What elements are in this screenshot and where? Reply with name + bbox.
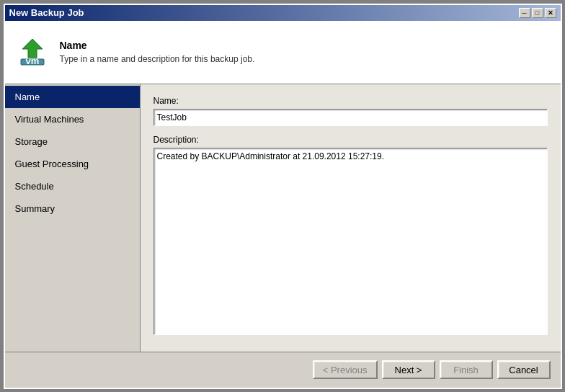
minimize-button[interactable]: ─ (519, 8, 530, 18)
header-text: Name Type in a name and description for … (60, 40, 255, 64)
cancel-button[interactable]: Cancel (497, 360, 551, 379)
next-button[interactable]: Next > (382, 360, 435, 379)
description-field-group: Description: (154, 135, 548, 337)
maximize-button[interactable]: □ (532, 8, 543, 18)
sidebar-item-virtual-machines[interactable]: Virtual Machines (5, 108, 140, 130)
title-bar: New Backup Job ─ □ ✕ (5, 5, 561, 21)
sidebar-item-guest-processing[interactable]: Guest Processing (5, 153, 140, 175)
description-input[interactable] (154, 148, 548, 335)
previous-button[interactable]: < Previous (313, 360, 378, 379)
main-panel: Name: Description: (141, 84, 561, 352)
footer: < Previous Next > Finish Cancel (5, 352, 561, 388)
close-button[interactable]: ✕ (545, 8, 556, 18)
sidebar-item-storage[interactable]: Storage (5, 130, 140, 153)
header-panel: vm Name Type in a name and description f… (5, 21, 561, 84)
window-title: New Backup Job (9, 7, 84, 18)
header-title: Name (60, 40, 255, 51)
finish-button[interactable]: Finish (440, 360, 493, 379)
name-input[interactable] (154, 109, 548, 126)
sidebar-item-schedule[interactable]: Schedule (5, 175, 140, 197)
svg-text:vm: vm (25, 55, 39, 66)
sidebar: Name Virtual Machines Storage Guest Proc… (5, 84, 141, 352)
vm-icon: vm (15, 35, 50, 69)
description-label: Description: (154, 135, 548, 145)
name-label: Name: (154, 96, 548, 106)
name-field-group: Name: (154, 96, 548, 126)
header-description: Type in a name and description for this … (60, 54, 255, 64)
main-window: New Backup Job ─ □ ✕ vm Name Type in a n… (4, 4, 562, 389)
sidebar-item-name[interactable]: Name (5, 86, 140, 108)
title-bar-buttons: ─ □ ✕ (519, 8, 556, 18)
sidebar-item-summary[interactable]: Summary (5, 197, 140, 220)
content-area: Name Virtual Machines Storage Guest Proc… (5, 84, 561, 352)
